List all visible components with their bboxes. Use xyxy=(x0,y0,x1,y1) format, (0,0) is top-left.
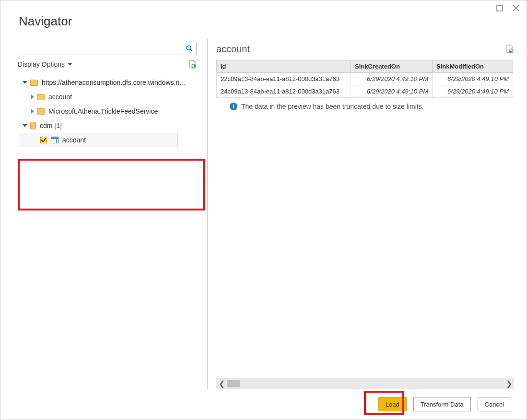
cell-modified: 6/29/2020 4:49:10 PM xyxy=(433,85,513,98)
navigator-tree: https://athenaconsumption.dfs.core.windo… xyxy=(18,75,198,147)
table-row[interactable]: 24c09a13-84ab-ea11-a812-000d3a31a763 6/2… xyxy=(217,85,513,98)
svg-point-3 xyxy=(187,46,191,50)
svg-line-4 xyxy=(190,49,192,51)
cell-modified: 6/29/2020 4:49:10 PM xyxy=(433,73,513,85)
scroll-track[interactable] xyxy=(227,378,504,389)
folder-icon xyxy=(37,94,45,100)
svg-point-6 xyxy=(509,49,513,53)
col-header-modified[interactable]: SinkModifiedOn xyxy=(433,60,513,73)
truncation-info-text: The data in the preview has been truncat… xyxy=(241,103,424,110)
preview-pane: account Id SinkCreatedOn xyxy=(208,39,527,389)
folder-icon xyxy=(37,108,45,115)
tree-root-datasource[interactable]: https://athenaconsumption.dfs.core.windo… xyxy=(18,75,198,90)
display-options-row: Display Options xyxy=(18,60,197,69)
dialog-title: Navigator xyxy=(0,0,527,38)
col-header-id[interactable]: Id xyxy=(217,60,351,73)
expander-closed-icon xyxy=(31,94,34,99)
chevron-down-icon xyxy=(68,63,72,66)
navigator-left-pane: Display Options https://athenaconsumptio… xyxy=(0,39,208,389)
svg-point-5 xyxy=(192,64,196,68)
document-refresh-icon xyxy=(506,45,514,53)
tree-folder-tricklefeed[interactable]: Microsoft.Athena.TrickleFeedService xyxy=(18,104,198,118)
col-header-created[interactable]: SinkCreatedOn xyxy=(351,60,433,73)
table-header-row: Id SinkCreatedOn SinkModifiedOn xyxy=(217,60,513,73)
preview-horizontal-scrollbar[interactable]: ❮ ❯ xyxy=(216,378,514,389)
window-close-button[interactable] xyxy=(512,4,520,12)
preview-title: account xyxy=(216,44,250,55)
cancel-button[interactable]: Cancel xyxy=(478,397,511,411)
table-row[interactable]: 22c09a13-84ab-ea11-a812-000d3a31a763 6/2… xyxy=(217,73,513,85)
window-controls xyxy=(489,0,527,16)
expander-open-icon xyxy=(23,124,27,127)
cell-id: 24c09a13-84ab-ea11-a812-000d3a31a763 xyxy=(217,85,351,98)
table-icon xyxy=(51,137,59,143)
tree-label: account xyxy=(62,136,86,144)
transform-data-button[interactable]: Transform Data xyxy=(413,397,471,411)
tree-label: account xyxy=(48,93,72,101)
search-input[interactable] xyxy=(18,42,183,55)
search-icon xyxy=(186,45,193,52)
truncation-info: i The data in the preview has been trunc… xyxy=(216,103,514,110)
content-area: Display Options https://athenaconsumptio… xyxy=(0,39,527,389)
display-options-label: Display Options xyxy=(18,60,65,68)
navigator-window: Navigator Display Options xyxy=(0,0,527,420)
refresh-preview-button[interactable] xyxy=(505,45,514,53)
annotation-highlight-tree xyxy=(18,159,205,210)
preview-header: account xyxy=(216,42,514,56)
scroll-right-arrow[interactable]: ❯ xyxy=(504,378,514,389)
expander-closed-icon xyxy=(31,109,34,114)
cell-id: 22c09a13-84ab-ea11-a812-000d3a31a763 xyxy=(217,73,351,85)
search-button[interactable] xyxy=(183,42,196,55)
preview-table-wrap: Id SinkCreatedOn SinkModifiedOn 22c09a13… xyxy=(216,60,513,98)
svg-rect-0 xyxy=(497,5,503,11)
tree-label: cdm [1] xyxy=(40,122,62,129)
scroll-thumb[interactable] xyxy=(227,380,240,387)
window-maximize-button[interactable] xyxy=(496,4,504,12)
expander-open-icon xyxy=(23,81,27,84)
load-button[interactable]: Load xyxy=(378,397,407,411)
tree-label: https://athenaconsumption.dfs.core.windo… xyxy=(42,79,185,86)
database-icon xyxy=(30,122,36,129)
folder-icon xyxy=(30,80,38,86)
refresh-tree-button[interactable] xyxy=(188,60,197,69)
scroll-left-arrow[interactable]: ❮ xyxy=(216,378,227,389)
search-container xyxy=(18,42,197,55)
display-options-dropdown[interactable]: Display Options xyxy=(18,60,75,68)
dialog-footer: Load Transform Data Cancel xyxy=(0,389,527,420)
info-icon: i xyxy=(230,103,237,110)
cell-created: 6/29/2020 4:49:10 PM xyxy=(351,73,433,85)
document-refresh-icon xyxy=(188,60,196,69)
tree-cdm-group[interactable]: cdm [1] xyxy=(18,118,198,133)
cell-created: 6/29/2020 4:49:10 PM xyxy=(351,85,433,98)
tree-folder-account[interactable]: account xyxy=(18,90,198,104)
tree-entity-account[interactable]: account xyxy=(18,133,177,147)
preview-table: Id SinkCreatedOn SinkModifiedOn 22c09a13… xyxy=(216,60,513,98)
tree-label: Microsoft.Athena.TrickleFeedService xyxy=(48,107,158,115)
checkbox-checked[interactable] xyxy=(40,137,47,143)
